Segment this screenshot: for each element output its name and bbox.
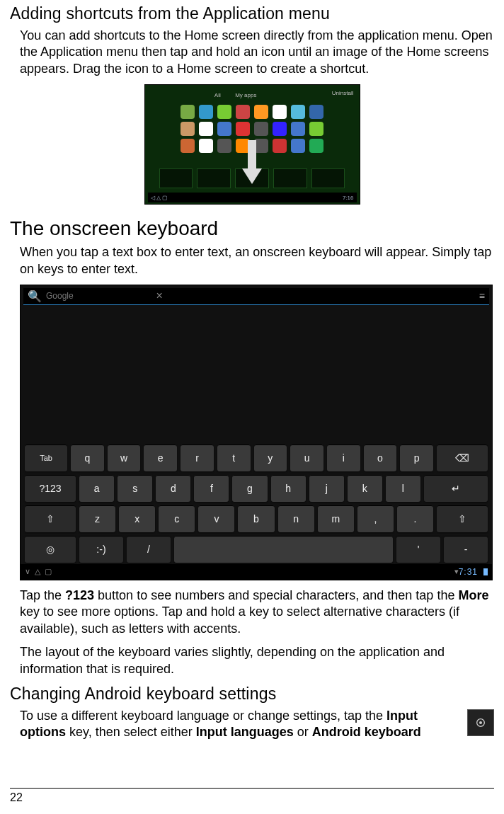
app-icon xyxy=(199,139,213,153)
key-c: c xyxy=(159,505,195,532)
app-icon xyxy=(181,105,195,119)
tab-all: All xyxy=(209,89,227,101)
key-,: , xyxy=(357,505,394,532)
app-icon xyxy=(291,122,305,136)
app-icon xyxy=(273,139,287,153)
svg-point-0 xyxy=(479,721,482,724)
key-shift-left: ⇧ xyxy=(25,505,76,532)
key-p: p xyxy=(400,445,433,471)
para-adding-shortcuts: You can add shortcuts to the Home screen… xyxy=(10,28,494,77)
app-icon xyxy=(309,139,323,153)
para-changing-settings: To use a different keyboard language or … xyxy=(10,708,494,741)
para-tap-123: Tap the ?123 button to see numbers and s… xyxy=(10,587,494,637)
key-numbers: ?123 xyxy=(25,475,76,502)
key-t: t xyxy=(217,445,251,471)
key-input-options: ◎ xyxy=(25,536,76,563)
app-icon xyxy=(181,122,195,136)
key-w: w xyxy=(108,445,141,471)
key-f: f xyxy=(194,475,229,502)
key-s: s xyxy=(118,475,152,502)
dock-cell xyxy=(197,168,231,188)
key-u: u xyxy=(290,445,323,471)
app-icon xyxy=(309,105,323,119)
heading-onscreen-keyboard: The onscreen keyboard xyxy=(10,217,494,240)
key-g: g xyxy=(232,475,267,502)
key-v: v xyxy=(198,505,234,532)
clock: 7:31 xyxy=(459,567,478,577)
page-number: 22 xyxy=(10,791,23,803)
app-icon xyxy=(291,139,305,153)
input-options-icon xyxy=(467,709,494,736)
clear-icon: × xyxy=(156,290,163,302)
para-onscreen-keyboard: When you tap a text box to enter text, a… xyxy=(10,244,494,277)
key-space xyxy=(174,536,393,563)
nav-back-icon: ∨ xyxy=(25,567,30,576)
key-a: a xyxy=(79,475,114,502)
nav-icons: ◁ △ ▢ xyxy=(151,195,168,201)
search-bar: 🔍 Google × ≡ xyxy=(23,288,489,305)
bold-android-keyboard: Android keyboard xyxy=(312,725,421,739)
onscreen-keyboard: Tab qwertyuiop⌫ ?123 asdfghjkl↵ ⇧ zxcvbn… xyxy=(25,445,488,563)
key-j: j xyxy=(309,475,344,502)
key-l: l xyxy=(386,475,420,502)
drag-arrow-icon xyxy=(244,140,260,190)
status-bar: ◁ △ ▢ 7:16 xyxy=(148,193,357,202)
key-o: o xyxy=(364,445,397,471)
key-slash: / xyxy=(127,536,171,563)
key-apostrophe: ' xyxy=(396,536,440,563)
page-footer: 22 xyxy=(10,788,494,804)
key-shift-right: ⇧ xyxy=(437,505,488,532)
key-enter: ↵ xyxy=(424,475,488,502)
key-.: . xyxy=(397,505,433,532)
key-m: m xyxy=(318,505,354,532)
key-q: q xyxy=(71,445,104,471)
search-icon: 🔍 xyxy=(28,290,42,303)
para-layout: The layout of the keyboard varies slight… xyxy=(10,644,494,677)
key-i: i xyxy=(327,445,360,471)
key-n: n xyxy=(278,505,314,532)
dock-cell xyxy=(159,168,193,188)
key-y: y xyxy=(254,445,287,471)
key-e: e xyxy=(144,445,177,471)
key-b: b xyxy=(238,505,274,532)
app-icon xyxy=(273,122,287,136)
menu-icon: ≡ xyxy=(479,290,485,302)
key-h: h xyxy=(271,475,306,502)
screenshot-keyboard: 🔍 Google × ≡ Tab qwertyuiop⌫ ?123 asdfgh… xyxy=(20,285,493,580)
nav-recent-icon: ▢ xyxy=(45,567,52,576)
bold-123: ?123 xyxy=(65,588,94,602)
key-backspace: ⌫ xyxy=(437,445,488,471)
app-icon xyxy=(199,105,213,119)
app-icon xyxy=(291,105,305,119)
key-k: k xyxy=(348,475,382,502)
app-icon xyxy=(217,122,231,136)
bold-more: More xyxy=(458,588,488,602)
key-z: z xyxy=(79,505,115,532)
key-tab: Tab xyxy=(25,445,67,471)
app-icon xyxy=(199,122,213,136)
key-x: x xyxy=(119,505,155,532)
status-clock: 7:16 xyxy=(343,195,354,201)
key-d: d xyxy=(156,475,190,502)
key-emoji: :-) xyxy=(79,536,123,563)
heading-adding-shortcuts: Adding shortcuts from the Application me… xyxy=(10,4,494,23)
app-icon xyxy=(273,105,287,119)
app-icon xyxy=(217,105,231,119)
app-icon xyxy=(217,139,231,153)
screenshot-app-menu: All My apps Uninstall ◁ △ ▢ 7:16 xyxy=(144,84,360,205)
app-icon xyxy=(236,105,250,119)
dock-cell xyxy=(273,168,307,188)
key-dash: - xyxy=(444,536,488,563)
app-icon xyxy=(254,122,268,136)
figure-keyboard: 🔍 Google × ≡ Tab qwertyuiop⌫ ?123 asdfgh… xyxy=(10,285,494,580)
bold-input-languages: Input languages xyxy=(196,725,294,739)
tab-myapps: My apps xyxy=(229,89,262,101)
heading-changing-settings: Changing Android keyboard settings xyxy=(10,684,494,704)
nav-home-icon: △ xyxy=(35,567,40,576)
nav-bar: ∨ △ ▢ ▾ 7:31 xyxy=(21,564,492,580)
app-icon xyxy=(309,122,323,136)
battery-icon xyxy=(483,568,488,575)
figure-app-menu: All My apps Uninstall ◁ △ ▢ 7:16 xyxy=(10,84,494,207)
key-r: r xyxy=(181,445,214,471)
search-placeholder: Google xyxy=(46,291,74,301)
